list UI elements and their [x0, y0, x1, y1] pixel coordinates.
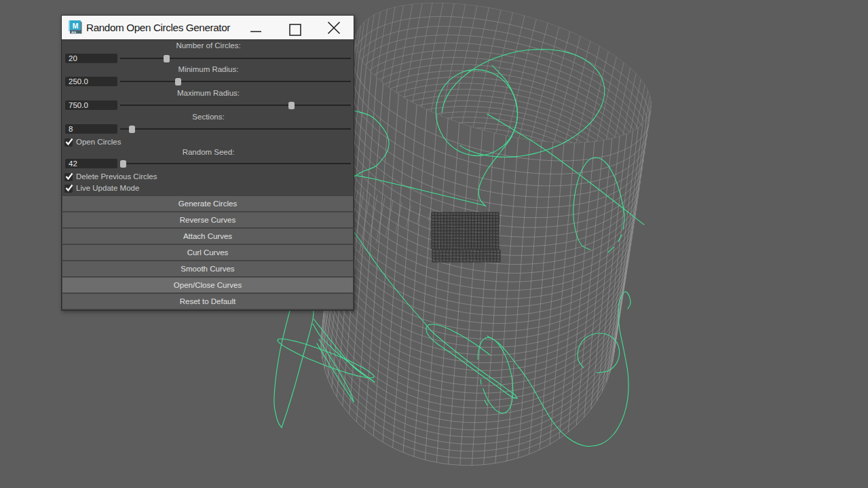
svg-text:M: M	[73, 22, 79, 30]
svg-text:AVA: AVA	[71, 31, 76, 34]
